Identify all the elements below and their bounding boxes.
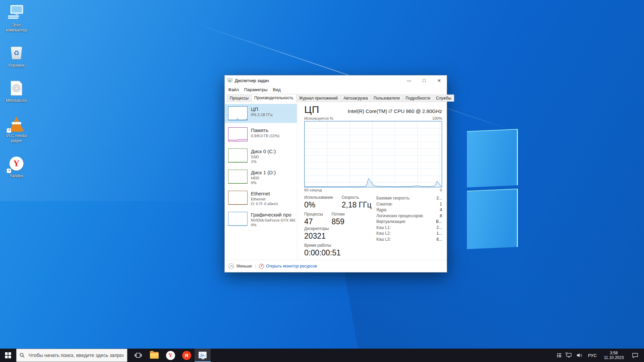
desktop-icon-iso[interactable]: MInstall.iso: [3, 79, 30, 103]
desktop-icon-label: Yandex: [9, 174, 23, 179]
taskbar: Y Я: [0, 349, 644, 362]
sidebar-item-cpu[interactable]: ЦП 0% 2,18 ГГц: [225, 104, 297, 123]
graph-max-label: 100%: [432, 116, 442, 120]
cpu-stats-block: Использование 0% Скорость 2,18 ГГц Проце…: [304, 195, 376, 260]
sidebar-item-disk0[interactable]: Диск 0 (C:) SSD 1%: [225, 146, 297, 165]
menu-file[interactable]: Файл: [225, 87, 241, 92]
tab-performance[interactable]: Производительность: [251, 94, 296, 102]
footer-bar: Меньше Открыть монитор ресурсов: [225, 260, 447, 272]
recycle-bin-icon: ♻: [11, 47, 22, 59]
windows-start-icon: [5, 352, 11, 358]
desktop-icon-recycle-bin[interactable]: ♻ Корзина: [3, 44, 30, 68]
clock-date: 11.10.2023: [604, 355, 624, 360]
network-icon[interactable]: [564, 349, 574, 362]
sidebar-item-memory[interactable]: Память 0,9/8,0 ГБ (11%): [225, 125, 297, 144]
processes-label: Процессы: [304, 212, 330, 217]
uptime-label: Время работы: [304, 243, 341, 248]
title-bar[interactable]: Диспетчер задач — □ ✕: [225, 75, 447, 85]
taskbar-clock[interactable]: 3:58 11.10.2023: [600, 349, 628, 362]
tab-users[interactable]: Пользователи: [371, 95, 403, 102]
system-tray: РУС 3:58 11.10.2023: [555, 349, 644, 362]
cpu-details-block: Базовая скорость:2... Сокетов:1 Ядра:4 Л…: [376, 195, 442, 260]
action-center-button[interactable]: [628, 349, 642, 362]
tab-processes[interactable]: Процессы: [227, 95, 252, 102]
yandex-browser-icon: Y: [166, 351, 175, 360]
desktop-icon-label: MInstall.iso: [6, 98, 27, 103]
handles-label: Дескрипторы: [304, 226, 329, 231]
cpu-panel: ЦП Intel(R) Core(TM) i7 CPU 860 @ 2.80GH…: [297, 102, 447, 260]
task-manager-icon: [199, 352, 207, 358]
graph-zero-label: 0: [440, 188, 442, 192]
desktop-icon-this-pc[interactable]: Этот компьютер: [3, 4, 30, 33]
cpu-heading: ЦП: [304, 104, 319, 115]
yandex-icon: Y: [9, 157, 23, 171]
task-manager-app-icon: [227, 78, 233, 83]
cpu-usage-line: [305, 121, 442, 187]
chevron-up-circle-icon: [228, 263, 234, 269]
sidebar-item-gpu[interactable]: Графический про NVIDIA GeForce GTX 660 0…: [225, 209, 297, 229]
processes-value: 47: [304, 217, 330, 226]
start-button[interactable]: [0, 349, 16, 362]
menu-options[interactable]: Параметры: [241, 87, 270, 92]
vlc-icon: [10, 117, 23, 130]
tab-details[interactable]: Подробности: [402, 95, 433, 102]
cpu-model-name: Intel(R) Core(TM) i7 CPU 860 @ 2.80GHz: [348, 108, 442, 114]
close-button[interactable]: ✕: [432, 75, 447, 85]
yandex-browser-button[interactable]: Y: [162, 349, 178, 362]
shortcut-arrow-icon: ↗: [7, 128, 11, 133]
gpu-mini-graph: [228, 212, 248, 226]
cpu-mini-graph: [228, 106, 248, 120]
resource-monitor-icon: [259, 264, 264, 269]
task-view-button[interactable]: [130, 349, 146, 362]
desktop-wallpaper: Этот компьютер ♻ Корзина MInstall.iso ↗ …: [0, 0, 644, 362]
windows-logo-pane-bottom: [467, 189, 518, 249]
ethernet-mini-graph: [228, 191, 248, 205]
computer-icon: [8, 4, 25, 21]
task-manager-taskbar-button[interactable]: [195, 349, 211, 362]
disk0-mini-graph: [228, 148, 248, 163]
taskbar-search-box[interactable]: [16, 349, 127, 362]
minimize-button[interactable]: —: [401, 75, 417, 85]
uptime-value: 0:00:00:51: [304, 248, 341, 257]
open-resource-monitor-link[interactable]: Открыть монитор ресурсов: [266, 264, 317, 268]
clock-time: 3:58: [610, 351, 618, 355]
iso-file-icon: [11, 81, 22, 96]
disk1-mini-graph: [228, 170, 248, 184]
memory-mini-graph: [228, 127, 248, 141]
speed-label: Скорость: [341, 195, 371, 200]
task-view-icon: [135, 352, 142, 358]
sidebar-item-disk1[interactable]: Диск 1 (D:) HDD 0%: [225, 167, 297, 186]
search-input[interactable]: [28, 352, 124, 358]
yandex-search-icon: Я: [182, 351, 191, 360]
graph-unit-label: Используется %: [304, 116, 333, 120]
sidebar-item-ethernet[interactable]: Ethernet Ethernet О: 0 П: 0 кбит/с: [225, 188, 297, 207]
task-manager-window: Диспетчер задач — □ ✕ Файл Параметры Вид…: [224, 75, 447, 273]
volume-icon[interactable]: [574, 349, 585, 362]
usage-value: 0%: [304, 200, 340, 209]
threads-label: Потоки: [331, 212, 353, 217]
tab-strip: Процессы Производительность Журнал прило…: [225, 94, 447, 102]
threads-value: 859: [331, 217, 353, 226]
tab-startup[interactable]: Автозагрузка: [340, 95, 371, 102]
desktop-icon-label: Этот компьютер: [3, 23, 30, 33]
action-center-icon: [632, 353, 638, 358]
file-explorer-button[interactable]: [146, 349, 162, 362]
windows-logo-pane-top: [467, 129, 518, 188]
maximize-button[interactable]: □: [417, 75, 432, 85]
menu-bar: Файл Параметры Вид: [225, 85, 447, 94]
desktop-icon-label: VLC media player: [3, 133, 30, 143]
language-indicator[interactable]: РУС: [585, 349, 600, 362]
tray-grid-icon[interactable]: [555, 349, 564, 362]
cpu-usage-graph: [304, 121, 442, 187]
performance-sidebar: ЦП 0% 2,18 ГГц Память 0,9/8,0 ГБ (11%) Д…: [225, 102, 297, 260]
desktop-icon-vlc[interactable]: ↗ VLC media player: [3, 115, 30, 143]
fewer-details-button[interactable]: Меньше: [236, 264, 252, 268]
tab-app-history[interactable]: Журнал приложений: [296, 95, 341, 102]
desktop-icons-column: Этот компьютер ♻ Корзина MInstall.iso ↗ …: [3, 4, 30, 179]
menu-view[interactable]: Вид: [270, 87, 283, 92]
yandex-search-button[interactable]: Я: [178, 349, 195, 362]
desktop-icon-yandex[interactable]: Y ↗ Yandex: [3, 155, 30, 179]
shortcut-arrow-icon: ↗: [7, 169, 11, 173]
handles-value: 20321: [304, 232, 329, 241]
tab-services[interactable]: Службы: [433, 95, 454, 102]
